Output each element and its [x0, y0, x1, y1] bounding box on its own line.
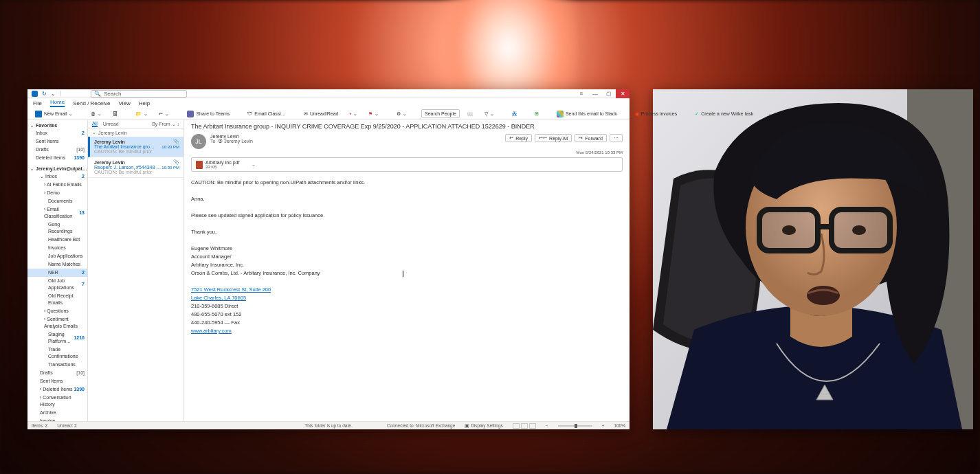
nav-namematch[interactable]: Name Matches	[27, 260, 87, 269]
nav-questions[interactable]: › Questions	[27, 307, 87, 315]
nav-healthcare[interactable]: Healthcare Bot	[27, 236, 87, 244]
ribbon-chevron[interactable]: ⌄	[765, 109, 776, 119]
addressbook-button[interactable]: 📖	[464, 109, 477, 119]
nav-inbox[interactable]: Inbox2	[27, 129, 87, 137]
envelope-icon: ✉	[304, 111, 308, 117]
email-classify-button[interactable]: 🛡Email Classi…	[244, 109, 289, 118]
nav-drafts2[interactable]: Drafts[10]	[27, 369, 87, 377]
nav-archive[interactable]: Archive	[27, 409, 87, 417]
nav-deleted[interactable]: Deleted Items1390	[27, 154, 87, 162]
archive-button[interactable]: 🗄	[109, 109, 121, 118]
flag-button[interactable]: ⚑⌄	[365, 109, 382, 119]
nav-inbox-acct[interactable]: ⌄ Inbox2	[27, 172, 87, 181]
ribbon-display-icon[interactable]: ≡	[575, 89, 588, 98]
close-button[interactable]: ✕	[616, 89, 630, 98]
zoom-out[interactable]: −	[546, 423, 548, 428]
view-buttons[interactable]	[513, 423, 536, 429]
tab-all[interactable]: All	[92, 121, 98, 127]
menu-help[interactable]: Help	[139, 100, 150, 106]
read-aloud-button[interactable]: ⁂	[509, 109, 520, 119]
reply-action[interactable]: ↩Reply	[505, 134, 532, 142]
nav-oldjob[interactable]: Old Job Applications7	[27, 277, 87, 292]
send-slack-button[interactable]: Send this email to Slack	[553, 109, 621, 120]
menu-send-receive[interactable]: Send / Receive	[73, 100, 110, 106]
forward-icon: ↪	[579, 135, 583, 141]
status-connected: Connected to: Microsoft Exchange	[387, 423, 455, 428]
ribbon: New Email⌄ 🗑⌄ 🗄 📁⌄ ↩⌄ Share to Teams 🛡Em…	[27, 108, 630, 120]
nav-ner[interactable]: NER2	[27, 269, 87, 277]
book-icon: 📖	[467, 111, 474, 117]
menu-bar: File Home Send / Receive View Help	[27, 98, 630, 108]
chevron-down-icon[interactable]: ⌄	[252, 162, 256, 168]
nav-deleted2[interactable]: › Deleted Items1390	[27, 385, 87, 394]
new-email-button[interactable]: New Email⌄	[32, 109, 76, 120]
menu-home[interactable]: Home	[50, 99, 65, 107]
nav-jobapps[interactable]: Job Applications	[27, 252, 87, 260]
display-settings[interactable]: ▣ Display Settings	[465, 423, 502, 429]
tag-icon: ▪	[350, 111, 351, 116]
message-item-1[interactable]: 📎 Jeremy Levin The Arbitart Insurance gr…	[88, 137, 183, 157]
svg-point-7	[852, 225, 866, 235]
rules-icon: ⚙	[397, 111, 401, 117]
nav-staging[interactable]: Staging Platform…1216	[27, 330, 87, 346]
nav-convhist[interactable]: › Conversation History	[27, 394, 87, 409]
nav-aifabric[interactable]: › AI Fabric Emails	[27, 181, 87, 189]
favorites-header[interactable]: ⌄Favorites	[27, 122, 87, 129]
nav-sent2[interactable]: Sent Items	[27, 377, 87, 385]
share-teams-button[interactable]: Share to Teams	[183, 109, 233, 120]
search-people[interactable]: Search People	[421, 109, 460, 118]
nav-oldreceipt[interactable]: Old Receipt Emails	[27, 292, 87, 307]
account-header[interactable]: ⌄Jeremy.Levin@uipat…	[27, 165, 87, 172]
reply-icon: ↩	[509, 135, 513, 141]
sender-name: Jeremy Levin	[210, 134, 501, 139]
delete-button[interactable]: 🗑⌄	[87, 109, 105, 119]
sort-dropdown[interactable]: By From ⌄ ↓	[152, 122, 179, 127]
nav-tradeconf[interactable]: Trade Confirmations	[27, 346, 87, 361]
reply-button[interactable]: ↩⌄	[155, 109, 172, 119]
get-addins-button[interactable]: ⊞	[531, 109, 542, 119]
zoom-in[interactable]: +	[602, 423, 605, 428]
maximize-button[interactable]: ▢	[602, 89, 616, 98]
nav-emailclass[interactable]: › Email Classification13	[27, 205, 87, 221]
menu-file[interactable]: File	[33, 100, 42, 106]
search-box[interactable]: 🔍 Search	[91, 90, 187, 98]
nav-drafts[interactable]: Drafts[10]	[27, 146, 87, 154]
wrike-icon: ✓	[695, 111, 699, 117]
qat-sync-icon[interactable]: ↻	[42, 91, 47, 97]
more-action[interactable]: ⋯	[610, 134, 623, 142]
categorize-button[interactable]: ▪⌄	[346, 109, 361, 119]
nav-transactions[interactable]: Transactions	[27, 361, 87, 369]
email-body: CAUTION: Be mindful prior to opening non…	[184, 174, 630, 339]
nav-invoices[interactable]: Invoices	[27, 244, 87, 252]
chevron-down-icon: ⌄	[768, 111, 772, 117]
qat-dropdown[interactable]: ⌄	[51, 91, 56, 97]
reading-pane: The Arbitart Insurance group - INQUIRY C…	[184, 120, 630, 421]
tab-unread[interactable]: Unread	[103, 122, 119, 126]
folder-pane: ⌄Favorites Inbox2 Sent Items Drafts[10] …	[27, 120, 88, 421]
nav-demo[interactable]: › Demo	[27, 189, 87, 197]
move-button[interactable]: 📁⌄	[132, 109, 151, 119]
attachment[interactable]: Arbitrary Inc.pdf33 KB ⌄	[191, 157, 623, 172]
nav-gong[interactable]: Gong Recordings	[27, 221, 87, 236]
nav-documents[interactable]: Documents	[27, 197, 87, 205]
filter-button[interactable]: ▽⌄	[481, 109, 498, 119]
title-bar: ↻ ⌄ 🔍 Search ≡ — ▢ ✕	[27, 89, 630, 98]
minimize-button[interactable]: —	[588, 89, 602, 98]
speaker-icon: ⁂	[512, 111, 517, 117]
forward-action[interactable]: ↪Forward	[575, 134, 607, 142]
zoom-slider[interactable]	[558, 425, 592, 427]
filter-icon: ▽	[485, 111, 488, 117]
menu-view[interactable]: View	[119, 100, 131, 106]
sender-avatar: JL	[191, 134, 206, 149]
message-item-2[interactable]: 📎 Jeremy Levin Reopen: J. Larson, #54434…	[88, 157, 183, 178]
shield-icon: 🛡	[247, 111, 252, 116]
create-wrike-button[interactable]: ✓Create a new Wrike task	[691, 109, 757, 119]
nav-sent[interactable]: Sent Items	[27, 137, 87, 146]
unread-read-button[interactable]: ✉Unread/Read	[300, 109, 342, 119]
list-group[interactable]: ⌄Jeremy Levin	[88, 128, 183, 137]
nav-sentiment[interactable]: › Sentiment Analysis Emails	[27, 315, 87, 330]
slack-icon	[557, 111, 564, 117]
rules-button[interactable]: ⚙⌄	[393, 109, 410, 119]
reply-all-action[interactable]: ↩↩Reply All	[535, 134, 572, 142]
process-invoices-button[interactable]: ◉Process invoices	[632, 109, 681, 119]
